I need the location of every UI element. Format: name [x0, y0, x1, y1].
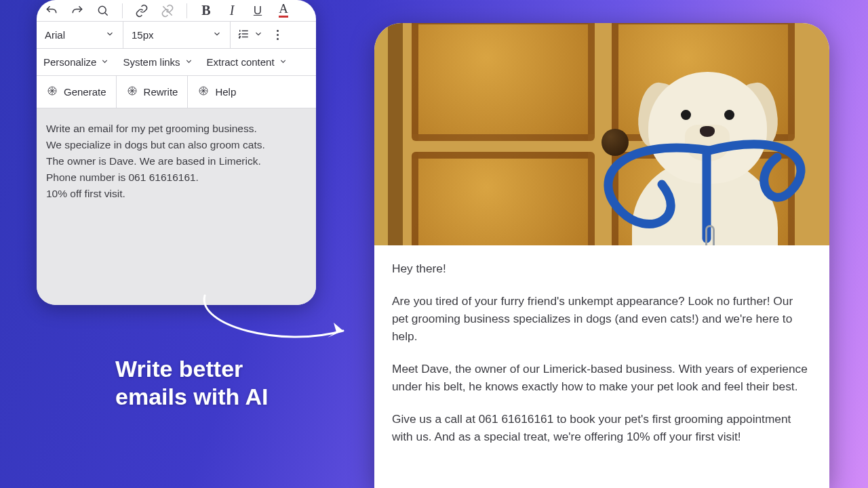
- email-body: Hey there! Are you tired of your furry f…: [374, 245, 829, 461]
- font-size-value: 15px: [132, 29, 154, 41]
- email-paragraph-1: Are you tired of your furry friend's unk…: [392, 293, 812, 346]
- chevron-down-icon: [212, 29, 222, 41]
- svg-point-0: [98, 6, 106, 14]
- rewrite-button[interactable]: Rewrite: [117, 76, 189, 108]
- personalize-dropdown[interactable]: Personalize: [37, 49, 116, 75]
- ai-sparkle-icon: [126, 85, 138, 99]
- tagline-line1: Write better: [115, 355, 268, 383]
- help-button[interactable]: Help: [188, 76, 245, 108]
- dog-illustration: [585, 52, 829, 245]
- chevron-down-icon: [100, 56, 109, 68]
- tagline-line2: emails with AI: [115, 383, 268, 411]
- chevron-down-icon: [279, 56, 288, 68]
- more-options-icon[interactable]: [277, 30, 279, 40]
- font-color-button[interactable]: A: [274, 1, 293, 20]
- generate-button[interactable]: Generate: [37, 76, 117, 108]
- search-icon[interactable]: [94, 1, 113, 20]
- email-hero-image: [374, 23, 829, 245]
- toolbar-ai-row: Generate Rewrite Help: [37, 76, 316, 108]
- marketing-tagline: Write better emails with AI: [115, 355, 268, 411]
- font-family-value: Arial: [45, 29, 65, 41]
- toolbar-format-row: B I U A: [37, 0, 316, 22]
- unlink-icon[interactable]: [158, 1, 177, 20]
- chevron-down-icon: [254, 29, 263, 41]
- editor-textarea[interactable]: Write an email for my pet grooming busin…: [37, 108, 316, 305]
- italic-button[interactable]: I: [222, 1, 241, 20]
- ai-sparkle-icon: [46, 85, 58, 99]
- system-links-dropdown[interactable]: System links: [116, 49, 199, 75]
- undo-icon[interactable]: [42, 1, 61, 20]
- email-paragraph-2: Meet Dave, the owner of our Limerick-bas…: [392, 361, 812, 396]
- ai-sparkle-icon: [197, 85, 210, 99]
- chevron-down-icon: [184, 56, 193, 68]
- toolbar-dropdowns-row: Personalize System links Extract content: [37, 49, 316, 76]
- email-paragraph-3: Give us a call at 061 61616161 to book y…: [392, 411, 812, 446]
- bold-button[interactable]: B: [197, 1, 216, 20]
- link-icon[interactable]: [132, 1, 151, 20]
- redo-icon[interactable]: [68, 1, 87, 20]
- email-greeting: Hey there!: [392, 260, 812, 278]
- font-family-select[interactable]: Arial: [37, 22, 123, 48]
- toolbar-font-row: Arial 15px: [37, 22, 316, 49]
- chevron-down-icon: [105, 29, 115, 41]
- font-size-select[interactable]: 15px: [123, 22, 231, 48]
- connector-arrow: [193, 293, 355, 354]
- list-controls[interactable]: [231, 22, 316, 48]
- numbered-list-icon: [237, 28, 250, 42]
- rich-text-editor: B I U A Arial 15px Personalize: [37, 0, 316, 305]
- email-preview: Hey there! Are you tired of your furry f…: [374, 23, 829, 488]
- underline-button[interactable]: U: [248, 1, 267, 20]
- extract-content-dropdown[interactable]: Extract content: [200, 49, 294, 75]
